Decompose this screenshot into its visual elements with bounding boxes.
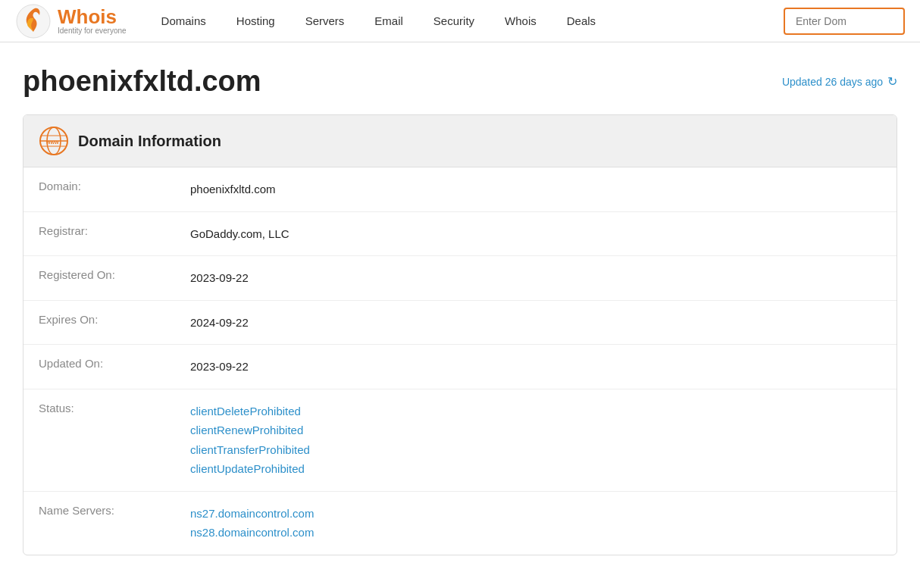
label-expires-on: Expires On: (39, 313, 190, 326)
label-domain: Domain: (39, 180, 190, 192)
updated-info: Updated 26 days ago ↻ (782, 74, 897, 89)
nav-item-security[interactable]: Security (421, 1, 487, 41)
domain-info-card: www Domain Information Domain: phoenixfx… (23, 114, 897, 555)
logo-icon (15, 3, 52, 39)
status-line-2: clientRenewProhibited (190, 421, 310, 440)
logo-tagline: Identity for everyone (58, 27, 127, 35)
card-title: Domain Information (78, 133, 221, 150)
value-registrar: GoDaddy.com, LLC (190, 224, 289, 244)
row-registrar: Registrar: GoDaddy.com, LLC (23, 212, 897, 257)
navbar: Whois Identity for everyone Domains Host… (0, 0, 920, 42)
nav-item-hosting[interactable]: Hosting (224, 1, 287, 41)
card-header: www Domain Information (23, 115, 897, 167)
value-registered-on: 2023-09-22 (190, 268, 249, 288)
domain-header: phoenixfxltd.com Updated 26 days ago ↻ (23, 65, 897, 98)
label-status: Status: (39, 402, 190, 414)
row-name-servers: Name Servers: ns27.domaincontrol.com ns2… (23, 492, 897, 555)
label-registered-on: Registered On: (39, 268, 190, 281)
nav-item-deals[interactable]: Deals (555, 1, 608, 41)
nameserver-line-1: ns27.domaincontrol.com (190, 504, 314, 524)
status-line-4: clientUpdateProhibited (190, 459, 310, 479)
nav-items: Domains Hosting Servers Email Security W… (149, 1, 784, 41)
updated-label: Updated 26 days ago (782, 76, 883, 88)
row-status: Status: clientDeleteProhibited clientRen… (23, 389, 897, 492)
logo[interactable]: Whois Identity for everyone (15, 3, 127, 39)
nav-item-email[interactable]: Email (362, 1, 415, 41)
row-domain: Domain: phoenixfxltd.com (23, 167, 897, 212)
svg-text:www: www (45, 139, 59, 145)
logo-text: Whois Identity for everyone (58, 7, 127, 35)
logo-whois-label: Whois (58, 7, 127, 27)
row-updated-on: Updated On: 2023-09-22 (23, 345, 897, 389)
nameserver-line-2: ns28.domaincontrol.com (190, 523, 314, 543)
domain-search-input[interactable] (784, 8, 905, 35)
value-status: clientDeleteProhibited clientRenewProhib… (190, 402, 310, 479)
status-line-3: clientTransferProhibited (190, 440, 310, 460)
row-registered-on: Registered On: 2023-09-22 (23, 256, 897, 301)
domain-title: phoenixfxltd.com (23, 65, 261, 98)
label-registrar: Registrar: (39, 224, 190, 237)
nav-item-domains[interactable]: Domains (149, 1, 218, 41)
refresh-icon[interactable]: ↻ (887, 74, 897, 89)
value-updated-on: 2023-09-22 (190, 357, 249, 377)
main-content: phoenixfxltd.com Updated 26 days ago ↻ w… (0, 42, 920, 578)
status-line-1: clientDeleteProhibited (190, 402, 310, 421)
value-expires-on: 2024-09-22 (190, 313, 249, 333)
row-expires-on: Expires On: 2024-09-22 (23, 301, 897, 346)
nav-item-servers[interactable]: Servers (293, 1, 357, 41)
label-name-servers: Name Servers: (39, 504, 190, 517)
value-domain: phoenixfxltd.com (190, 180, 276, 199)
nav-item-whois[interactable]: Whois (493, 1, 549, 41)
label-updated-on: Updated On: (39, 357, 190, 370)
value-name-servers: ns27.domaincontrol.com ns28.domaincontro… (190, 504, 314, 543)
www-globe-icon: www (39, 126, 69, 156)
